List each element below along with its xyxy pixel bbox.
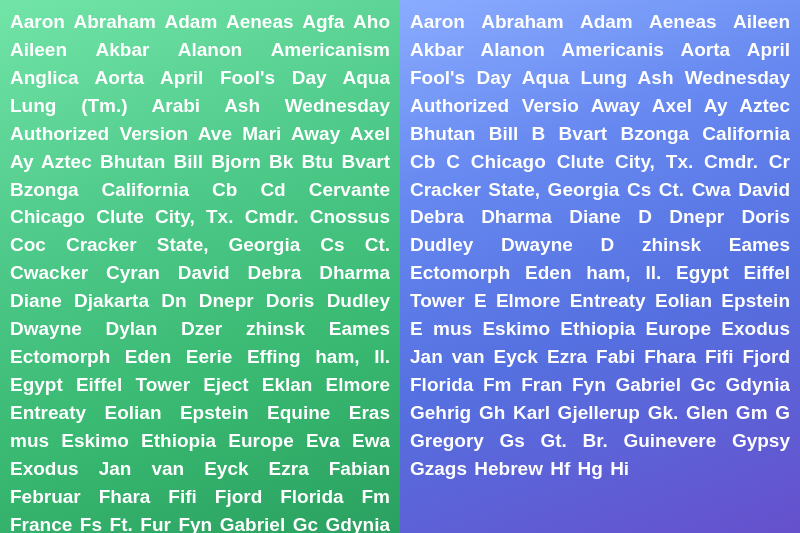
left-panel-text: Aaron Abraham Adam Aeneas Agfa Aho Ailee…: [10, 8, 390, 533]
right-panel-text: Aaron Abraham Adam Aeneas Aileen Akbar A…: [410, 8, 790, 533]
right-panel: Aaron Abraham Adam Aeneas Aileen Akbar A…: [400, 0, 800, 533]
left-panel: Aaron Abraham Adam Aeneas Agfa Aho Ailee…: [0, 0, 400, 533]
